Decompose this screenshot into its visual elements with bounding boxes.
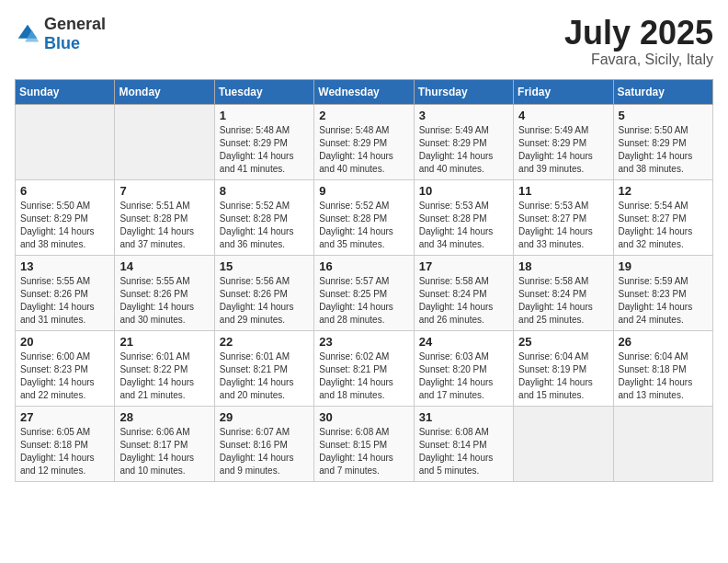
day-number: 9 xyxy=(319,184,408,198)
calendar-cell: 5Sunrise: 5:50 AMSunset: 8:29 PMDaylight… xyxy=(613,104,712,179)
day-info: Sunrise: 5:50 AMSunset: 8:29 PMDaylight:… xyxy=(20,200,109,251)
weekday-header: Thursday xyxy=(414,79,513,104)
weekday-header: Saturday xyxy=(613,79,712,104)
day-number: 3 xyxy=(419,109,508,122)
day-info: Sunrise: 5:49 AMSunset: 8:29 PMDaylight:… xyxy=(518,124,608,176)
calendar-cell: 2Sunrise: 5:48 AMSunset: 8:29 PMDaylight… xyxy=(314,104,414,179)
day-info: Sunrise: 6:04 AMSunset: 8:18 PMDaylight:… xyxy=(619,350,708,402)
calendar-cell: 9Sunrise: 5:52 AMSunset: 8:28 PMDaylight… xyxy=(314,179,414,255)
day-number: 15 xyxy=(220,259,309,273)
calendar-cell: 19Sunrise: 5:59 AMSunset: 8:23 PMDayligh… xyxy=(613,255,712,330)
day-info: Sunrise: 6:06 AMSunset: 8:17 PMDaylight:… xyxy=(119,426,209,477)
day-info: Sunrise: 6:02 AMSunset: 8:21 PMDaylight:… xyxy=(319,350,408,402)
calendar-cell: 16Sunrise: 5:57 AMSunset: 8:25 PMDayligh… xyxy=(314,255,414,330)
calendar-cell: 24Sunrise: 6:03 AMSunset: 8:20 PMDayligh… xyxy=(414,330,513,406)
day-info: Sunrise: 5:57 AMSunset: 8:25 PMDaylight:… xyxy=(319,275,408,327)
calendar-cell xyxy=(613,406,712,481)
day-info: Sunrise: 6:05 AMSunset: 8:18 PMDaylight:… xyxy=(20,426,109,477)
calendar-cell: 29Sunrise: 6:07 AMSunset: 8:16 PMDayligh… xyxy=(214,406,313,481)
calendar-cell: 13Sunrise: 5:55 AMSunset: 8:26 PMDayligh… xyxy=(16,255,115,330)
day-info: Sunrise: 5:52 AMSunset: 8:28 PMDaylight:… xyxy=(319,200,408,251)
calendar-cell: 14Sunrise: 5:55 AMSunset: 8:26 PMDayligh… xyxy=(115,255,214,330)
day-number: 1 xyxy=(220,109,309,122)
day-info: Sunrise: 6:07 AMSunset: 8:16 PMDaylight:… xyxy=(220,426,309,477)
day-info: Sunrise: 5:58 AMSunset: 8:24 PMDaylight:… xyxy=(419,275,508,327)
calendar-cell: 18Sunrise: 5:58 AMSunset: 8:24 PMDayligh… xyxy=(514,255,613,330)
day-number: 12 xyxy=(619,184,708,198)
day-number: 27 xyxy=(20,410,109,424)
calendar-cell: 8Sunrise: 5:52 AMSunset: 8:28 PMDaylight… xyxy=(214,179,313,255)
calendar-cell: 26Sunrise: 6:04 AMSunset: 8:18 PMDayligh… xyxy=(613,330,712,406)
calendar-cell: 22Sunrise: 6:01 AMSunset: 8:21 PMDayligh… xyxy=(214,330,313,406)
calendar-cell: 23Sunrise: 6:02 AMSunset: 8:21 PMDayligh… xyxy=(314,330,414,406)
calendar-cell: 28Sunrise: 6:06 AMSunset: 8:17 PMDayligh… xyxy=(115,406,214,481)
day-number: 26 xyxy=(619,335,708,349)
day-number: 14 xyxy=(119,259,209,273)
calendar-week-row: 1Sunrise: 5:48 AMSunset: 8:29 PMDaylight… xyxy=(16,104,713,179)
calendar-week-row: 6Sunrise: 5:50 AMSunset: 8:29 PMDaylight… xyxy=(16,179,713,255)
calendar-week-row: 13Sunrise: 5:55 AMSunset: 8:26 PMDayligh… xyxy=(16,255,713,330)
day-number: 23 xyxy=(319,335,408,349)
calendar-cell: 11Sunrise: 5:53 AMSunset: 8:27 PMDayligh… xyxy=(514,179,613,255)
calendar-cell: 25Sunrise: 6:04 AMSunset: 8:19 PMDayligh… xyxy=(514,330,613,406)
calendar-cell xyxy=(16,104,115,179)
calendar-cell: 10Sunrise: 5:53 AMSunset: 8:28 PMDayligh… xyxy=(414,179,513,255)
calendar-week-row: 27Sunrise: 6:05 AMSunset: 8:18 PMDayligh… xyxy=(16,406,713,481)
logo: General Blue xyxy=(15,15,106,53)
month-title: July 2025 xyxy=(564,15,713,52)
calendar-cell: 12Sunrise: 5:54 AMSunset: 8:27 PMDayligh… xyxy=(613,179,712,255)
day-info: Sunrise: 5:59 AMSunset: 8:23 PMDaylight:… xyxy=(619,275,708,327)
day-number: 16 xyxy=(319,259,408,273)
location-title: Favara, Sicily, Italy xyxy=(564,52,713,68)
day-info: Sunrise: 5:56 AMSunset: 8:26 PMDaylight:… xyxy=(220,275,309,327)
day-info: Sunrise: 5:48 AMSunset: 8:29 PMDaylight:… xyxy=(220,124,309,176)
day-info: Sunrise: 5:58 AMSunset: 8:24 PMDaylight:… xyxy=(518,275,608,327)
calendar-cell: 15Sunrise: 5:56 AMSunset: 8:26 PMDayligh… xyxy=(214,255,313,330)
day-number: 2 xyxy=(319,109,408,122)
day-number: 22 xyxy=(220,335,309,349)
day-number: 20 xyxy=(20,335,109,349)
day-number: 24 xyxy=(419,335,508,349)
day-number: 6 xyxy=(20,184,109,198)
day-number: 10 xyxy=(419,184,508,198)
weekday-header-row: SundayMondayTuesdayWednesdayThursdayFrid… xyxy=(16,79,713,104)
weekday-header: Tuesday xyxy=(214,79,313,104)
day-info: Sunrise: 5:51 AMSunset: 8:28 PMDaylight:… xyxy=(119,200,209,251)
day-number: 19 xyxy=(619,259,708,273)
calendar-cell xyxy=(115,104,214,179)
day-info: Sunrise: 6:08 AMSunset: 8:14 PMDaylight:… xyxy=(419,426,508,477)
calendar-cell xyxy=(514,406,613,481)
day-info: Sunrise: 5:55 AMSunset: 8:26 PMDaylight:… xyxy=(20,275,109,327)
title-area: July 2025 Favara, Sicily, Italy xyxy=(564,15,713,68)
day-info: Sunrise: 5:52 AMSunset: 8:28 PMDaylight:… xyxy=(220,200,309,251)
day-number: 18 xyxy=(518,259,608,273)
calendar-cell: 31Sunrise: 6:08 AMSunset: 8:14 PMDayligh… xyxy=(414,406,513,481)
calendar-cell: 4Sunrise: 5:49 AMSunset: 8:29 PMDaylight… xyxy=(514,104,613,179)
day-info: Sunrise: 5:50 AMSunset: 8:29 PMDaylight:… xyxy=(619,124,708,176)
header: General Blue July 2025 Favara, Sicily, I… xyxy=(15,15,713,68)
calendar-cell: 27Sunrise: 6:05 AMSunset: 8:18 PMDayligh… xyxy=(16,406,115,481)
logo-blue: Blue xyxy=(44,34,80,52)
logo-general: General xyxy=(44,15,106,33)
day-number: 11 xyxy=(518,184,608,198)
calendar-cell: 6Sunrise: 5:50 AMSunset: 8:29 PMDaylight… xyxy=(16,179,115,255)
day-number: 7 xyxy=(119,184,209,198)
weekday-header: Sunday xyxy=(16,79,115,104)
day-info: Sunrise: 5:54 AMSunset: 8:27 PMDaylight:… xyxy=(619,200,708,251)
day-info: Sunrise: 6:03 AMSunset: 8:20 PMDaylight:… xyxy=(419,350,508,402)
day-info: Sunrise: 5:48 AMSunset: 8:29 PMDaylight:… xyxy=(319,124,408,176)
calendar-cell: 1Sunrise: 5:48 AMSunset: 8:29 PMDaylight… xyxy=(214,104,313,179)
calendar-cell: 7Sunrise: 5:51 AMSunset: 8:28 PMDaylight… xyxy=(115,179,214,255)
day-info: Sunrise: 6:00 AMSunset: 8:23 PMDaylight:… xyxy=(20,350,109,402)
day-info: Sunrise: 6:08 AMSunset: 8:15 PMDaylight:… xyxy=(319,426,408,477)
calendar-table: SundayMondayTuesdayWednesdayThursdayFrid… xyxy=(15,79,713,482)
day-number: 17 xyxy=(419,259,508,273)
calendar-cell: 3Sunrise: 5:49 AMSunset: 8:29 PMDaylight… xyxy=(414,104,513,179)
day-info: Sunrise: 5:53 AMSunset: 8:28 PMDaylight:… xyxy=(419,200,508,251)
day-number: 30 xyxy=(319,410,408,424)
day-number: 29 xyxy=(220,410,309,424)
day-info: Sunrise: 6:04 AMSunset: 8:19 PMDaylight:… xyxy=(518,350,608,402)
day-info: Sunrise: 6:01 AMSunset: 8:21 PMDaylight:… xyxy=(220,350,309,402)
day-number: 5 xyxy=(619,109,708,122)
day-number: 8 xyxy=(220,184,309,198)
